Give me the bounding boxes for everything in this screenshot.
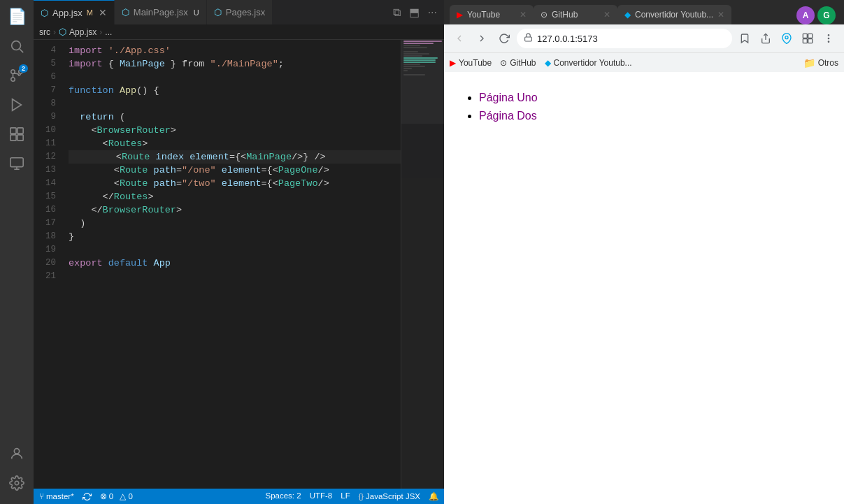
- bookmark-convertidor[interactable]: ◆ Convertidor Youtub...: [545, 58, 632, 68]
- bookmark-youtube[interactable]: ▶ YouTube: [450, 58, 492, 68]
- security-icon: [524, 33, 533, 44]
- react-icon-app: ⬡: [41, 8, 48, 18]
- spaces-label[interactable]: Spaces: 2: [265, 491, 301, 501]
- breadcrumb-file[interactable]: App.jsx: [69, 27, 96, 37]
- bookmark-icon[interactable]: [735, 29, 754, 48]
- sync-icon[interactable]: [83, 492, 92, 501]
- svg-rect-10: [10, 158, 23, 167]
- activity-bar: 📄 2: [0, 0, 34, 504]
- source-control-badge: 2: [19, 64, 28, 73]
- code-line-12: <Route index element={<MainPage/>} />: [69, 150, 401, 164]
- code-line-5: import { MainPage } from "./MainPage";: [69, 57, 401, 71]
- svg-rect-19: [808, 34, 813, 38]
- files-icon[interactable]: 📄: [3, 3, 31, 31]
- tab-close-app-jsx[interactable]: ✕: [99, 7, 107, 18]
- bookmark-github[interactable]: ⊙ GitHub: [500, 58, 536, 68]
- pin-icon[interactable]: [777, 29, 796, 48]
- tab-pages-jsx[interactable]: ⬡ Pages.jsx: [207, 0, 273, 24]
- convertidor-bm-icon: ◆: [545, 58, 551, 68]
- code-area[interactable]: 4 5 6 7 8 9 10 11 12 13 14 15 16 17 18 1…: [34, 40, 444, 489]
- language-label[interactable]: {} JavaScript JSX: [359, 491, 420, 501]
- link-pagina-uno[interactable]: Página Uno: [479, 92, 538, 103]
- code-editor[interactable]: import './App.css' import { MainPage } f…: [62, 40, 401, 489]
- line-ending-label[interactable]: LF: [341, 491, 350, 501]
- code-line-13: <Route path="/one" element={<PageOne/>: [69, 164, 401, 177]
- convertidor-tab-close[interactable]: ✕: [717, 10, 724, 20]
- extensions-icon[interactable]: [3, 120, 31, 148]
- react-icon-mainpage: ⬡: [122, 7, 129, 17]
- browser-content: Página Uno Página Dos: [444, 72, 844, 504]
- split-editor-icon[interactable]: ⧉: [390, 5, 403, 20]
- more-actions-icon[interactable]: ···: [425, 5, 440, 20]
- search-icon[interactable]: [3, 32, 31, 60]
- tab-modified-dot-app: M: [87, 8, 93, 17]
- notifications-icon[interactable]: 🔔: [429, 491, 438, 501]
- browser-chrome: ▶ YouTube ✕ ⊙ GitHub ✕ ◆ Convertidor You…: [444, 0, 844, 72]
- code-line-9: return (: [69, 110, 401, 124]
- youtube-favicon: ▶: [457, 10, 463, 20]
- code-line-18: }: [69, 230, 401, 243]
- settings-icon[interactable]: [3, 469, 31, 497]
- avatar-1[interactable]: A: [796, 6, 815, 24]
- extensions-browser-icon[interactable]: [798, 29, 817, 48]
- reload-button[interactable]: [494, 29, 514, 48]
- link-pagina-dos[interactable]: Página Dos: [479, 110, 537, 122]
- minimap: [401, 40, 444, 489]
- encoding-label[interactable]: UTF-8: [310, 491, 333, 501]
- warnings-label: △ 0: [120, 491, 133, 501]
- convertidor-favicon: ◆: [624, 10, 631, 20]
- browser-tab-youtube[interactable]: ▶ YouTube ✕: [450, 5, 534, 24]
- code-line-8: [69, 97, 401, 110]
- browser-section: ▶ YouTube ✕ ⊙ GitHub ✕ ◆ Convertidor You…: [444, 0, 844, 504]
- tab-bar: ⬡ App.jsx M ✕ ⬡ MainPage.jsx U ⬡ Pages.j…: [34, 0, 444, 24]
- git-branch[interactable]: ⑂ master*: [39, 492, 74, 501]
- tab-app-jsx[interactable]: ⬡ App.jsx M ✕: [34, 0, 115, 24]
- svg-rect-21: [803, 39, 807, 43]
- breadcrumb-sep-2: ›: [99, 27, 102, 37]
- browser-menu-icon[interactable]: [819, 29, 838, 48]
- back-button[interactable]: [450, 29, 469, 48]
- folder-icon: 📁: [803, 57, 815, 69]
- avatar-2[interactable]: G: [817, 6, 836, 24]
- remote-explorer-icon[interactable]: [3, 150, 31, 178]
- svg-point-17: [785, 36, 788, 39]
- errors-warnings[interactable]: ⊗ 0 △ 0: [100, 491, 133, 501]
- code-line-7: function App() {: [69, 84, 401, 97]
- git-branch-label: master*: [46, 492, 74, 501]
- tab-label-pages-jsx: Pages.jsx: [226, 7, 265, 17]
- browser-tab-bar: ▶ YouTube ✕ ⊙ GitHub ✕ ◆ Convertidor You…: [444, 0, 844, 24]
- github-tab-label: GitHub: [552, 10, 599, 20]
- svg-marker-5: [13, 99, 22, 111]
- breadcrumb-symbol[interactable]: ...: [105, 27, 112, 37]
- svg-point-23: [828, 38, 829, 38]
- tab-mainpage-jsx[interactable]: ⬡ MainPage.jsx U: [115, 0, 207, 24]
- tab-label-app-jsx: App.jsx: [52, 8, 83, 18]
- bookmark-otros[interactable]: 📁 Otros: [803, 57, 838, 69]
- github-tab-close[interactable]: ✕: [603, 10, 610, 20]
- github-bm-icon: ⊙: [500, 58, 507, 68]
- list-item-page-dos: Página Dos: [479, 110, 823, 122]
- svg-rect-8: [17, 135, 23, 141]
- address-bar[interactable]: 127.0.0.1:5173: [517, 29, 732, 48]
- share-icon[interactable]: [756, 29, 775, 48]
- page-link-list: Página Uno Página Dos: [465, 92, 823, 122]
- run-debug-icon[interactable]: [3, 91, 31, 119]
- source-control-icon[interactable]: 2: [3, 62, 31, 89]
- github-favicon: ⊙: [541, 10, 548, 20]
- account-icon[interactable]: [3, 440, 31, 468]
- svg-point-0: [12, 41, 21, 50]
- forward-button[interactable]: [472, 29, 492, 48]
- editor-section: ⬡ App.jsx M ✕ ⬡ MainPage.jsx U ⬡ Pages.j…: [34, 0, 444, 504]
- svg-rect-9: [10, 135, 16, 141]
- code-line-14: <Route path="/two" element={<PageTwo/>: [69, 177, 401, 190]
- browser-tab-convertidor[interactable]: ◆ Convertidor Youtub... ✕: [617, 5, 731, 24]
- youtube-bm-label: YouTube: [459, 58, 492, 68]
- youtube-tab-close[interactable]: ✕: [520, 10, 527, 20]
- svg-rect-20: [808, 39, 813, 43]
- breadcrumb-src[interactable]: src: [39, 27, 50, 37]
- youtube-tab-label: YouTube: [467, 10, 515, 20]
- panel-layout-icon[interactable]: ⬒: [406, 4, 422, 20]
- browser-tab-github[interactable]: ⊙ GitHub ✕: [534, 5, 617, 24]
- breadcrumb-sep-1: ›: [53, 27, 56, 37]
- bookmarks-bar: ▶ YouTube ⊙ GitHub ◆ Convertidor Youtub.…: [444, 52, 844, 72]
